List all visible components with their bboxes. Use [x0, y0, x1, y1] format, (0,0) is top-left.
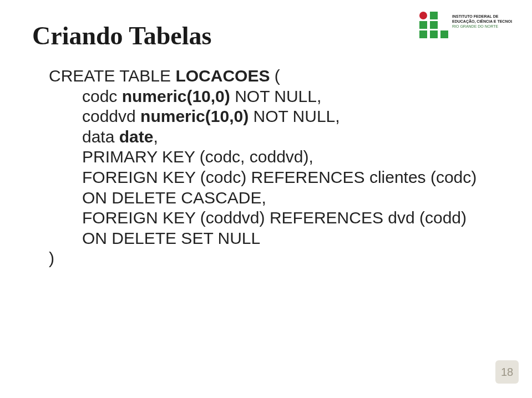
- code-line-8: FOREIGN KEY (coddvd) REFERENCES dvd (cod…: [49, 208, 500, 228]
- code-line-2: codc numeric(10,0) NOT NULL,: [49, 86, 500, 107]
- svg-rect-6: [440, 30, 448, 38]
- code-line-7: ON DELETE CASCADE,: [49, 188, 500, 208]
- code-line-10: ): [49, 248, 500, 269]
- sql-code-block: CREATE TABLE LOCACOES ( codc numeric(10,…: [49, 66, 500, 269]
- logo-text-line2: EDUCAÇÃO, CIÊNCIA E TECNOLOGIA: [452, 19, 512, 24]
- code-line-9: ON DELETE SET NULL: [49, 228, 500, 249]
- code-line-4: data date,: [49, 127, 500, 147]
- svg-rect-2: [419, 21, 427, 29]
- code-line-1: CREATE TABLE LOCACOES (: [49, 66, 500, 86]
- logo-text-line3: RIO GRANDE DO NORTE: [452, 24, 498, 28]
- slide: INSTITUTO FEDERAL DE EDUCAÇÃO, CIÊNCIA E…: [0, 0, 532, 398]
- svg-rect-3: [430, 21, 438, 29]
- code-line-5: PRIMARY KEY (codc, coddvd),: [49, 147, 500, 167]
- svg-rect-5: [430, 30, 438, 38]
- svg-rect-1: [430, 12, 438, 19]
- code-line-3: coddvd numeric(10,0) NOT NULL,: [49, 106, 500, 127]
- svg-point-0: [419, 12, 427, 19]
- logo-text-line1: INSTITUTO FEDERAL DE: [452, 14, 499, 18]
- svg-rect-4: [419, 30, 427, 38]
- institution-logo: INSTITUTO FEDERAL DE EDUCAÇÃO, CIÊNCIA E…: [418, 10, 512, 40]
- page-number-box: 18: [495, 360, 519, 384]
- page-number: 18: [501, 366, 513, 379]
- code-line-6: FOREIGN KEY (codc) REFERENCES clientes (…: [49, 167, 500, 188]
